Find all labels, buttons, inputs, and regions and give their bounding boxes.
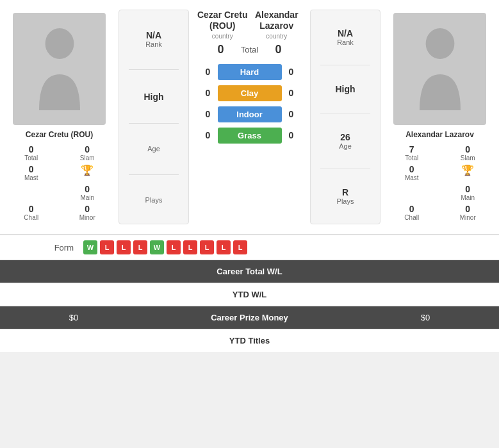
- center-section: Cezar Cretu(ROU) country AlexandarLazaro…: [189, 6, 310, 228]
- left-minor-stat: 0 Minor: [63, 204, 113, 221]
- right-stats-panel: N/A Rank High 26 Age R Plays: [310, 10, 380, 224]
- svg-point-0: [45, 28, 74, 59]
- form-badge-3: L: [133, 240, 147, 254]
- career-total-row: Career Total W/L: [0, 260, 499, 283]
- form-badge-7: L: [200, 240, 214, 254]
- form-badges: W L L L W L L L L L: [83, 240, 247, 254]
- player-left: Cezar Cretu (ROU) 0 Total 0 Slam 0 Mast …: [0, 6, 119, 228]
- left-stats-grid: 0 Total 0 Slam 0 Mast 🏆 0 Main: [6, 144, 112, 221]
- form-badge-2: L: [117, 240, 131, 254]
- ytd-titles-row: YTD Titles: [0, 329, 499, 352]
- grass-badge: Grass: [218, 128, 282, 144]
- right-country-flag: country: [250, 33, 304, 40]
- form-badge-4: W: [150, 240, 164, 254]
- right-divider-3: [320, 169, 370, 169]
- indoor-badge: Indoor: [218, 106, 282, 122]
- ytd-titles-label: YTD Titles: [138, 336, 361, 345]
- left-mast-stat: 0 Mast: [6, 164, 56, 181]
- left-high-block: High: [122, 87, 185, 107]
- right-minor-stat: 0 Minor: [443, 204, 493, 221]
- right-main-stat: 0 Main: [443, 184, 493, 201]
- divider-1: [129, 69, 179, 70]
- player-right: Alexandar Lazarov 7 Total 0 Slam 0 Mast …: [380, 6, 499, 228]
- right-trophy-icon: 🏆: [461, 165, 474, 176]
- prize-money-row: $0 Career Prize Money $0: [0, 306, 499, 329]
- divider-3: [129, 174, 179, 175]
- right-total-stat: 7 Total: [387, 144, 437, 162]
- left-plays-block: Plays: [122, 191, 185, 209]
- right-player-name-center: AlexandarLazarov: [250, 10, 304, 31]
- right-chall-stat: 0 Chall: [387, 204, 437, 221]
- left-stats-panel: N/A Rank High Age Plays: [119, 10, 189, 224]
- surface-row-clay: 0 Clay 0: [195, 85, 304, 101]
- right-mast-stat: 0 Mast: [387, 164, 437, 181]
- prize-money-left: $0: [10, 313, 138, 322]
- left-rank-block: N/A Rank: [122, 25, 185, 53]
- right-divider-1: [320, 65, 370, 65]
- right-trophy-icon-cell: 🏆: [443, 164, 493, 181]
- left-main-stat: 0 Main: [63, 184, 113, 201]
- career-total-label: Career Total W/L: [138, 267, 361, 276]
- form-badge-6: L: [183, 240, 197, 254]
- form-badge-9: L: [233, 240, 247, 254]
- form-badge-5: L: [167, 240, 181, 254]
- left-slam-stat: 0 Slam: [63, 144, 113, 162]
- player-comparison: Cezar Cretu (ROU) 0 Total 0 Slam 0 Mast …: [0, 0, 499, 235]
- right-divider-2: [320, 113, 370, 113]
- total-right-score: 0: [269, 43, 288, 56]
- right-rank-block: N/A Rank: [314, 23, 377, 51]
- form-badge-8: L: [217, 240, 231, 254]
- hard-badge: Hard: [218, 64, 282, 80]
- left-total-stat: 0 Total: [6, 144, 56, 162]
- surface-row-hard: 0 Hard 0: [195, 64, 304, 80]
- left-main-stat-placeholder: [6, 184, 56, 201]
- ytd-wl-row: YTD W/L: [0, 283, 499, 306]
- form-badge-0: W: [83, 240, 97, 254]
- left-chall-stat: 0 Chall: [6, 204, 56, 221]
- total-row: 0 Total 0: [195, 43, 304, 56]
- total-left-score: 0: [211, 43, 231, 56]
- form-section: Form W L L L W L L L L L: [0, 235, 499, 260]
- right-stats-grid: 7 Total 0 Slam 0 Mast 🏆 0 Main: [387, 144, 493, 221]
- left-age-block: Age: [122, 140, 185, 158]
- right-player-name: Alexandar Lazarov: [405, 130, 474, 139]
- left-country-flag: country: [195, 33, 250, 40]
- prize-money-label: Career Prize Money: [138, 313, 361, 322]
- prize-money-right: $0: [361, 313, 489, 322]
- right-main-placeholder: [387, 184, 437, 201]
- left-player-avatar: [13, 13, 106, 125]
- form-badge-1: L: [100, 240, 114, 254]
- svg-point-1: [425, 28, 454, 59]
- main-container: Cezar Cretu (ROU) 0 Total 0 Slam 0 Mast …: [0, 0, 499, 352]
- right-player-avatar: [393, 13, 486, 125]
- surface-row-grass: 0 Grass 0: [195, 128, 304, 144]
- left-player-name-center: Cezar Cretu(ROU): [195, 10, 250, 31]
- clay-badge: Clay: [218, 85, 282, 101]
- right-plays-block: R Plays: [314, 182, 377, 210]
- left-trophy-icon-cell: 🏆: [63, 164, 113, 181]
- divider-2: [129, 123, 179, 124]
- total-label: Total: [231, 45, 269, 54]
- surface-row-indoor: 0 Indoor 0: [195, 106, 304, 122]
- right-high-block: High: [314, 79, 377, 99]
- left-player-name: Cezar Cretu (ROU): [26, 130, 93, 139]
- ytd-wl-label: YTD W/L: [138, 290, 361, 299]
- left-trophy-icon: 🏆: [81, 165, 94, 176]
- form-label: Form: [10, 243, 74, 253]
- right-age-block: 26 Age: [314, 127, 377, 155]
- right-slam-stat: 0 Slam: [443, 144, 493, 162]
